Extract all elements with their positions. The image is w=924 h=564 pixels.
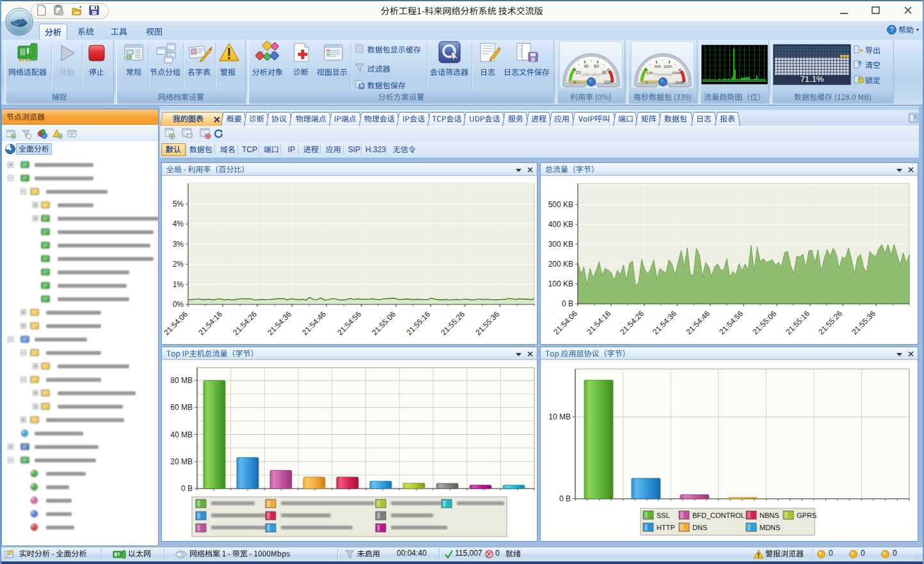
svg-text:5%: 5% <box>173 200 184 208</box>
svg-text:200K: 200K <box>674 81 683 84</box>
svg-text:21:55:26: 21:55:26 <box>816 309 844 336</box>
svg-text:4%: 4% <box>173 219 184 228</box>
svg-text:0: 0 <box>574 80 577 84</box>
svg-text:10 MB: 10 MB <box>548 412 571 421</box>
svg-text:21:54:56: 21:54:56 <box>717 309 745 336</box>
svg-text:Packet/s: Packet/s <box>654 72 673 77</box>
svg-text:71.1%: 71.1% <box>801 74 824 84</box>
svg-text:21:54:26: 21:54:26 <box>231 309 259 337</box>
svg-text:21:55:36: 21:55:36 <box>474 309 501 337</box>
svg-text:300 KB: 300 KB <box>548 240 573 249</box>
svg-text:0 B: 0 B <box>559 494 571 503</box>
svg-text:100 KB: 100 KB <box>548 279 573 288</box>
svg-text:DNS: DNS <box>692 524 707 531</box>
svg-text:21:54:56: 21:54:56 <box>335 309 363 337</box>
svg-text:100: 100 <box>604 80 612 84</box>
svg-text:21:55:26: 21:55:26 <box>439 309 466 337</box>
svg-text:40 MB: 40 MB <box>170 430 193 439</box>
svg-text:400 KB: 400 KB <box>548 220 573 229</box>
svg-text:?: ? <box>890 26 894 33</box>
svg-text:SSL: SSL <box>657 512 670 519</box>
svg-text:21:54:16: 21:54:16 <box>585 309 612 336</box>
svg-text:2%: 2% <box>173 260 184 269</box>
svg-text:100K: 100K <box>664 65 673 68</box>
svg-text:21:55:36: 21:55:36 <box>850 309 877 336</box>
svg-text:21:55:06: 21:55:06 <box>370 309 397 337</box>
svg-text:200 KB: 200 KB <box>548 260 573 269</box>
svg-text:BFD_CONTROL: BFD_CONTROL <box>692 512 745 519</box>
svg-text:NBNS: NBNS <box>760 512 779 519</box>
svg-text:21:54:06: 21:54:06 <box>162 309 189 337</box>
svg-text:10K: 10K <box>646 71 653 75</box>
svg-text:21:54:36: 21:54:36 <box>266 309 293 337</box>
svg-text:500 KB: 500 KB <box>548 200 573 209</box>
svg-text:3%: 3% <box>173 240 184 249</box>
svg-text:50K: 50K <box>655 65 662 68</box>
svg-text:HTTP: HTTP <box>657 524 675 531</box>
svg-text:21:54:16: 21:54:16 <box>196 309 224 337</box>
svg-text:60: 60 <box>594 64 599 68</box>
svg-text:21:55:16: 21:55:16 <box>404 309 432 337</box>
svg-text:150K: 150K <box>672 71 681 75</box>
svg-text:MDNS: MDNS <box>760 524 780 531</box>
svg-text:80 MB: 80 MB <box>170 376 193 385</box>
svg-text:21:55:06: 21:55:06 <box>751 309 778 336</box>
svg-text:21:54:06: 21:54:06 <box>552 309 579 336</box>
svg-text:GPRS: GPRS <box>797 512 816 519</box>
svg-text:21:54:26: 21:54:26 <box>618 309 646 336</box>
svg-text:40: 40 <box>584 64 589 68</box>
svg-text:80: 80 <box>602 70 607 75</box>
svg-text:21:54:46: 21:54:46 <box>300 309 328 337</box>
svg-text:0 B: 0 B <box>181 484 193 493</box>
svg-text:21:54:46: 21:54:46 <box>684 309 712 336</box>
svg-text:0%: 0% <box>173 300 184 309</box>
svg-text:20: 20 <box>576 70 581 75</box>
svg-text:21:54:36: 21:54:36 <box>651 309 678 336</box>
svg-text:1%: 1% <box>173 280 184 289</box>
svg-text:20 MB: 20 MB <box>170 457 193 466</box>
svg-text:21:55:16: 21:55:16 <box>784 309 811 336</box>
svg-text:Utilization: Utilization <box>581 72 602 77</box>
svg-text:60 MB: 60 MB <box>170 403 193 412</box>
svg-text:0 B: 0 B <box>562 299 573 308</box>
